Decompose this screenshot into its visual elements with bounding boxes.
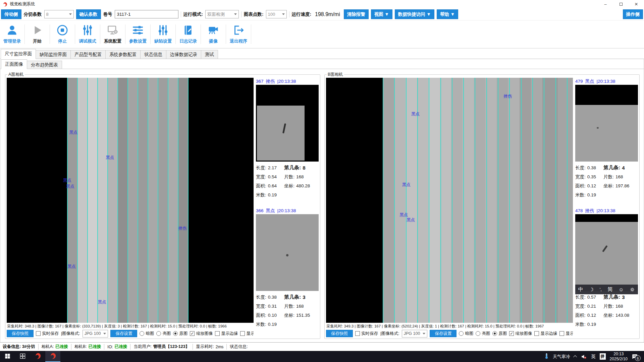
camera-b-group: B面相机 挫伤 黑点 黑点 黑点 黑点 采集耗时: 349.3 | 图像计数: … [324, 72, 640, 339]
save-snapshot-button[interactable]: 保存快照 [7, 330, 34, 337]
defect-mark [286, 254, 288, 256]
save-settings-button[interactable]: 保存设置 [110, 330, 137, 337]
icon-toolbar: 管理登录 开始 停止 调试模式 系统配置 参数设置 缺陷设置 [0, 20, 644, 49]
device-info: 设备信息: 3#分切 [3, 344, 35, 350]
zoom-image-checkbox[interactable] [190, 331, 195, 336]
tray-expand-icon[interactable] [573, 355, 577, 359]
camera-b-status-line: 采集耗时: 349.3 | 图像计数: 167 | 像素坐标: (5202,24… [326, 323, 573, 328]
log-record-button[interactable]: 日志记录 [177, 24, 199, 44]
bright-image-radio[interactable] [156, 331, 161, 336]
clear-alarm-button[interactable]: 清除报警 [344, 9, 369, 19]
parameter-settings-button[interactable]: 参数设置 [127, 24, 149, 44]
dark-image-radio[interactable] [140, 331, 144, 336]
zoom-image-checkbox[interactable] [509, 331, 514, 336]
image-format-dropdown[interactable]: JPG 100 [402, 330, 428, 338]
minimize-button[interactable]: – [598, 0, 613, 8]
tab-defect-monitor[interactable]: 缺陷监控界面 [36, 50, 71, 59]
camera-b-image[interactable]: 挫伤 黑点 黑点 黑点 黑点 [326, 78, 573, 323]
capture-button[interactable]: 摄像 [203, 24, 224, 44]
defect-thumbnail[interactable] [575, 85, 638, 162]
start-button[interactable]: 开始 [26, 24, 48, 44]
defect-thumbnail[interactable] [256, 85, 319, 162]
confirm-count-button[interactable]: 确认条数 [76, 9, 101, 19]
help-menu-button[interactable]: 帮助 ▼ [437, 9, 458, 19]
data-access-menu-button[interactable]: 数据快捷访问 ▼ [395, 9, 434, 19]
divider [150, 24, 151, 44]
run-mode-dropdown[interactable]: 双面检测 [205, 10, 239, 18]
view-menu-button[interactable]: 视图 ▼ [371, 9, 392, 19]
debug-mode-button[interactable]: 调试模式 [77, 24, 98, 44]
defect-entry-header: 367挫伤|20:13:38 [256, 78, 319, 85]
slit-count-dropdown[interactable]: 8 [44, 10, 74, 18]
show-count-checkbox[interactable] [559, 331, 564, 336]
ime-smiley-button[interactable]: ☺ [619, 287, 624, 292]
transmission-side-button[interactable]: 传动侧 [1, 9, 21, 19]
start-button[interactable] [0, 351, 15, 362]
image-format-dropdown[interactable]: JPG 100 [83, 330, 108, 338]
exit-program-button[interactable]: 退出程序 [228, 24, 249, 44]
camera-a-image[interactable]: 黑点 黑点 黑点 黑点 挫伤 黑点 黑点 [7, 78, 254, 323]
admin-login-button[interactable]: 管理登录 [1, 24, 23, 44]
image-format-label: |图像格式: [380, 331, 399, 337]
tab-status-info[interactable]: 状态信息 [140, 50, 166, 59]
defect-entry: 366黑点|20:13:38 长度:0.38 第几条:3 宽度:0.31 片数:… [256, 207, 319, 329]
stop-button[interactable]: 停止 [52, 24, 73, 44]
monitor-gear-icon [107, 24, 119, 37]
tab-product-model-config[interactable]: 产品型号配置 [70, 50, 106, 59]
original-image-radio[interactable] [173, 331, 178, 336]
defect-label: 挫伤 [503, 93, 512, 99]
defect-settings-button[interactable]: 缺陷设置 [152, 24, 174, 44]
tab-system-param-config[interactable]: 系统参数配置 [105, 50, 141, 59]
divider [50, 24, 50, 44]
show-edge-checkbox[interactable] [215, 331, 220, 336]
dark-image-radio[interactable] [459, 331, 464, 336]
tab-front-image[interactable]: 正面图像 [1, 59, 27, 69]
camera-a-strips [67, 78, 189, 323]
weather-text[interactable]: 天气寒冷 [553, 354, 570, 360]
tab-distribution-trend-chart[interactable]: 分布趋势图表 [27, 61, 62, 69]
chart-points-dropdown[interactable]: 100 [266, 10, 287, 18]
main-toolbar: 传动侧 分切条数 8 确认条数 卷号 3117-1 运行模式: 双面检测 图表点… [0, 8, 644, 20]
window-title: 视觉检测系统 [10, 1, 35, 7]
speed-value: 198.9m/mi [314, 11, 341, 17]
ime-cn-mode-button[interactable]: 中 [578, 286, 583, 293]
volume-muted-icon[interactable] [581, 354, 587, 360]
ime-indicator[interactable]: 拼 [600, 353, 606, 360]
vision-app-button[interactable] [30, 351, 45, 362]
defect-thumbnail[interactable] [256, 214, 319, 291]
tab-test[interactable]: 测试 [201, 50, 218, 59]
defect-thumbnail[interactable] [575, 214, 638, 291]
system-config-button[interactable]: 系统配置 [102, 24, 123, 44]
ime-moon-button[interactable]: ☽ [589, 287, 593, 293]
ime-punct-button[interactable]: ’, [599, 287, 602, 292]
tab-edge-data-record[interactable]: 边缘数据记录 [166, 50, 201, 59]
taskbar-clock[interactable]: 20:13 2025/2/10 [610, 352, 628, 362]
ime-simplified-button[interactable]: 简 [608, 286, 613, 293]
tab-size-monitor[interactable]: 尺寸监控界面 [1, 49, 36, 59]
divider [175, 24, 176, 44]
realtime-save-checkbox[interactable] [355, 331, 360, 336]
close-button[interactable]: ✕ [629, 0, 644, 8]
show-count-checkbox[interactable] [240, 331, 245, 336]
show-edge-checkbox[interactable] [534, 331, 539, 336]
pinned-app-button[interactable] [15, 351, 30, 362]
toolbar-separator [241, 11, 241, 17]
defect-label: 黑点 [98, 299, 106, 305]
realtime-save-checkbox[interactable] [36, 331, 41, 336]
notification-center-button[interactable]: 6 [632, 353, 638, 360]
operation-side-button[interactable]: 操作侧 [623, 9, 643, 19]
language-indicator[interactable]: 英 [591, 354, 596, 360]
original-image-radio[interactable] [492, 331, 497, 336]
defect-entry: 367挫伤|20:13:38 长度:2.17 第几条:8 宽度:0.54 片数:… [256, 78, 319, 199]
maximize-button[interactable] [613, 0, 629, 8]
sliders-vertical-icon [82, 24, 94, 37]
vision-app-icon [49, 352, 57, 361]
save-settings-button[interactable]: 保存设置 [430, 330, 457, 337]
roll-input[interactable]: 3117-1 [115, 10, 178, 18]
defect-label: 黑点 [63, 177, 71, 183]
bright-image-radio[interactable] [476, 331, 480, 336]
title-bar: 视觉检测系统 – ✕ [0, 0, 644, 8]
save-snapshot-button[interactable]: 保存快照 [326, 330, 353, 337]
vision-app-button-active[interactable] [45, 351, 60, 362]
ime-gear-icon[interactable] [630, 287, 635, 292]
